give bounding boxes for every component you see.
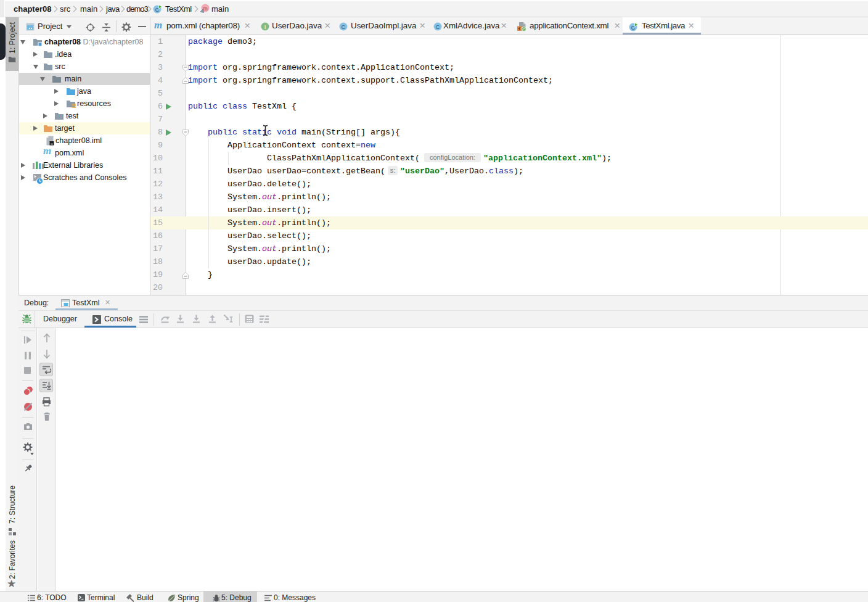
svg-text:m: m <box>203 6 208 12</box>
svg-text:C: C <box>436 23 440 30</box>
svg-text:I: I <box>264 23 266 30</box>
svg-text:C: C <box>342 23 346 30</box>
